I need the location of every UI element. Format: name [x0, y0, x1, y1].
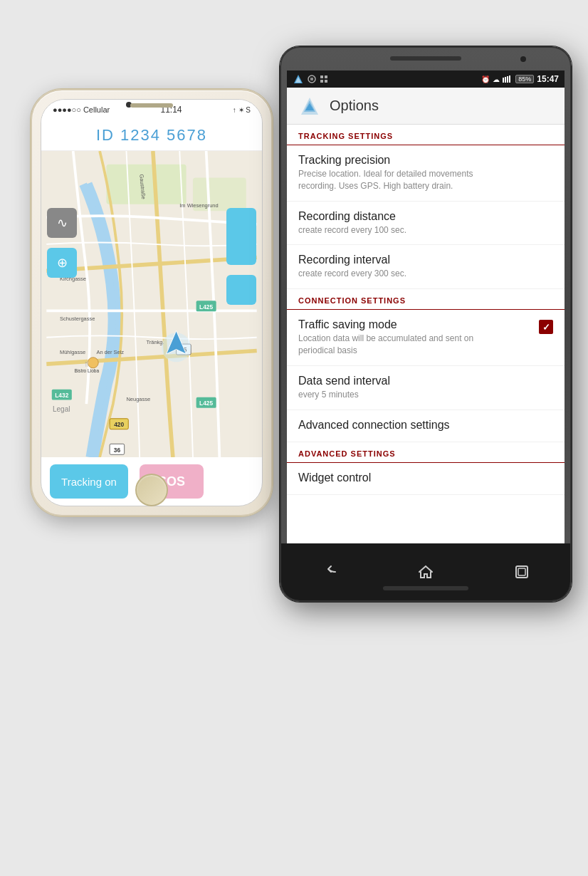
svg-text:Im Wiesengrund: Im Wiesengrund — [179, 202, 218, 209]
phones-container: ●●●●○○ Cellular 11:14 ↑ ✶ S ID 1234 5678 — [16, 46, 572, 830]
legal-text: Legal — [53, 405, 70, 413]
svg-text:Neugasse: Neugasse — [126, 396, 150, 402]
recording-interval-subtitle: create record every 300 sec. — [298, 268, 498, 280]
iphone-device: ●●●●○○ Cellular 11:14 ↑ ✶ S ID 1234 5678 — [31, 89, 273, 516]
svg-rect-35 — [325, 80, 327, 83]
advanced-connection-item[interactable]: Advanced connection settings — [287, 410, 565, 442]
map-extra-button[interactable] — [226, 275, 256, 305]
android-nav-bar — [281, 543, 570, 600]
svg-rect-36 — [503, 78, 504, 83]
android-camera — [519, 55, 527, 63]
android-settings-content[interactable]: TRACKING SETTINGS Tracking precision Pre… — [287, 125, 565, 543]
traffic-saving-row: Traffic saving mode Location data will b… — [298, 318, 553, 357]
tracking-settings-header: TRACKING SETTINGS — [287, 125, 565, 145]
svg-text:420: 420 — [114, 421, 124, 428]
svg-text:L432: L432 — [55, 392, 68, 399]
iphone-map[interactable]: Gaustraße Im Wiesengrund Kirchgasse Schu… — [41, 151, 262, 457]
iphone-speaker — [130, 103, 173, 108]
tracking-on-button[interactable]: Tracking on — [50, 464, 128, 499]
advanced-settings-header: ADVANCED SETTINGS — [287, 442, 565, 463]
recording-distance-subtitle: create record every 100 sec. — [298, 224, 498, 236]
app-title: Options — [330, 98, 379, 114]
android-time: 15:47 — [537, 74, 559, 84]
data-send-interval-item[interactable]: Data send interval every 5 minutes — [287, 366, 565, 410]
android-device: ⏰ ☁ 85% 15:47 — [280, 46, 572, 602]
recording-distance-title: Recording distance — [298, 210, 553, 223]
widget-control-item[interactable]: Widget control — [287, 463, 565, 495]
data-send-interval-subtitle: every 5 minutes — [298, 389, 498, 401]
traffic-saving-text: Traffic saving mode Location data will b… — [298, 318, 498, 357]
svg-text:L425: L425 — [199, 400, 213, 407]
tracking-precision-subtitle: Precise location. Ideal for detailed mov… — [298, 168, 498, 192]
iphone-screen: ●●●●○○ Cellular 11:14 ↑ ✶ S ID 1234 5678 — [41, 99, 263, 506]
map-locate-button[interactable]: ⊕ — [47, 248, 77, 278]
traffic-saving-subtitle: Location data will be accumulated and se… — [298, 333, 498, 357]
svg-text:Schustergasse: Schustergasse — [60, 316, 95, 322]
android-status-right: ⏰ ☁ 85% 15:47 — [481, 74, 559, 84]
recording-interval-title: Recording interval — [298, 254, 553, 266]
svg-rect-38 — [507, 76, 508, 83]
svg-rect-44 — [518, 568, 525, 575]
svg-text:Tränkg.: Tränkg. — [147, 339, 164, 345]
android-app-bar: Options — [287, 88, 565, 125]
widget-control-title: Widget control — [298, 471, 553, 484]
data-send-interval-title: Data send interval — [298, 375, 553, 387]
svg-rect-33 — [325, 75, 327, 78]
svg-text:Mühlgasse: Mühlgasse — [60, 349, 85, 355]
svg-text:🍴: 🍴 — [84, 360, 90, 367]
traffic-saving-item[interactable]: Traffic saving mode Location data will b… — [287, 310, 565, 366]
recording-interval-item[interactable]: Recording interval create record every 3… — [287, 245, 565, 289]
traffic-saving-title: Traffic saving mode — [298, 318, 498, 331]
svg-text:An der Selz: An der Selz — [96, 349, 124, 355]
svg-rect-37 — [505, 77, 506, 83]
tracking-precision-title: Tracking precision — [298, 154, 553, 167]
svg-text:L425: L425 — [199, 303, 213, 311]
svg-rect-32 — [320, 75, 323, 78]
svg-rect-34 — [320, 80, 323, 83]
svg-text:36: 36 — [114, 447, 121, 454]
svg-text:Bistro Lioba: Bistro Lioba — [75, 368, 100, 373]
advanced-connection-title: Advanced connection settings — [298, 419, 553, 432]
android-status-left — [293, 73, 328, 85]
iphone-id-bar: ID 1234 5678 — [41, 120, 262, 151]
iphone-home-button[interactable] — [135, 474, 168, 506]
android-status-bar: ⏰ ☁ 85% 15:47 — [287, 71, 565, 88]
android-recents-button[interactable] — [500, 558, 543, 586]
svg-rect-31 — [310, 78, 313, 80]
recording-distance-item[interactable]: Recording distance create record every 1… — [287, 202, 565, 246]
map-route-button[interactable]: ∿ — [47, 208, 77, 238]
traffic-saving-checkbox[interactable] — [539, 320, 553, 334]
connection-settings-header: CONNECTION SETTINGS — [287, 289, 565, 310]
map-zoom-button[interactable] — [226, 208, 256, 265]
android-speaker-top — [390, 56, 461, 61]
svg-rect-39 — [509, 75, 510, 83]
android-home-button[interactable] — [404, 558, 447, 586]
tracking-precision-item[interactable]: Tracking precision Precise location. Ide… — [287, 145, 565, 202]
iphone-status-icons: ↑ ✶ S — [233, 106, 251, 114]
app-logo-icon — [298, 95, 321, 118]
iphone-device-id: ID 1234 5678 — [96, 126, 207, 145]
android-speaker-bottom — [383, 586, 468, 590]
android-back-button[interactable] — [308, 558, 351, 586]
iphone-carrier: ●●●●○○ Cellular — [53, 105, 110, 114]
android-screen: ⏰ ☁ 85% 15:47 — [287, 71, 565, 543]
